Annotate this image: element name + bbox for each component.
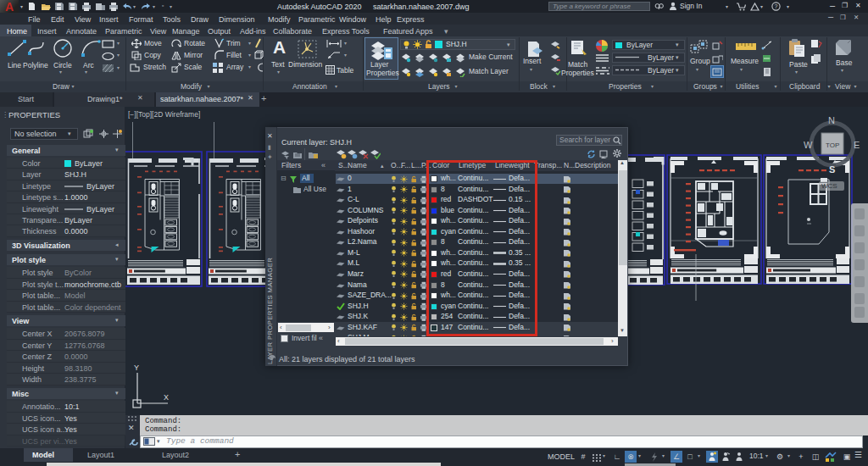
svg-text:S: S: [829, 164, 835, 175]
svg-text:TOP: TOP: [826, 141, 839, 149]
svg-text:X: X: [164, 393, 169, 402]
svg-text:N: N: [828, 115, 835, 125]
svg-text:W: W: [804, 140, 813, 150]
svg-text:Y: Y: [134, 363, 139, 372]
svg-text:?: ?: [775, 3, 778, 9]
svg-text:E: E: [854, 140, 860, 150]
